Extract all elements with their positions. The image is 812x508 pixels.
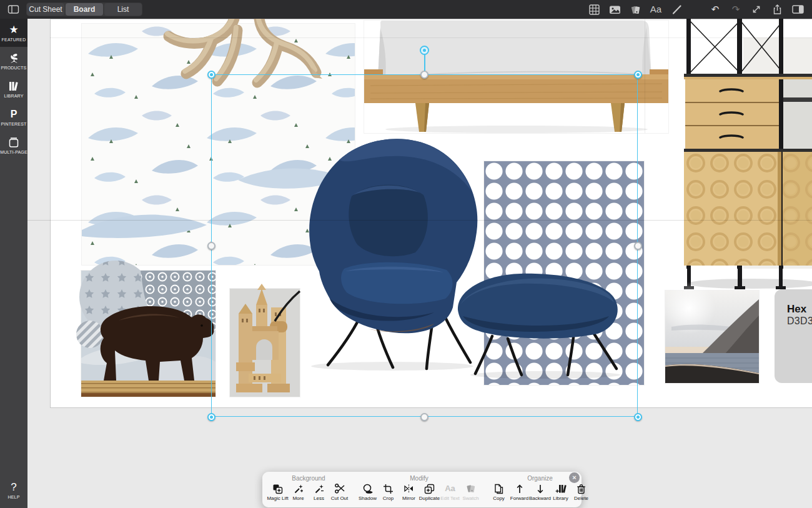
crop-icon: [383, 482, 394, 495]
resize-handle-right[interactable]: [634, 242, 642, 250]
sidebar-item-label: PINTEREST: [1, 122, 26, 126]
sidebar-item-label: HELP: [7, 495, 19, 499]
grid-icon[interactable]: [587, 2, 601, 16]
mirror-icon: [404, 482, 414, 495]
text-tool-icon[interactable]: Aa: [649, 2, 663, 16]
duplicate-button[interactable]: Duplicate: [419, 482, 440, 501]
backward-button[interactable]: Backward: [530, 482, 550, 501]
toolbar-group-modify: Modify Shadow Crop: [354, 472, 485, 507]
library-add-icon: [555, 482, 567, 495]
books-icon: [7, 80, 20, 92]
question-mark-icon: ?: [11, 481, 16, 494]
cut-out-button[interactable]: Cut Out: [329, 482, 350, 501]
topbar: Cut Sheet Board List Aa ↶ ↷: [0, 0, 812, 19]
star-icon: ★: [9, 24, 18, 36]
antler-image[interactable]: [150, 19, 356, 87]
rotate-handle[interactable]: [420, 46, 429, 55]
resize-handle-top[interactable]: [420, 71, 428, 79]
sidebar-item-label: MULTI-PAGE: [0, 150, 27, 154]
background-more-button[interactable]: More: [288, 482, 309, 501]
copy-icon: [493, 482, 504, 495]
magic-lift-button[interactable]: Magic Lift: [267, 482, 288, 501]
forward-button[interactable]: Forward: [509, 482, 530, 501]
sidebar-item-library[interactable]: LIBRARY: [0, 75, 27, 103]
background-less-button[interactable]: Less: [309, 482, 329, 501]
group-title: Modify: [357, 475, 481, 482]
app-window: Cut Sheet Board List Aa ↶ ↷: [0, 0, 812, 508]
tab-list[interactable]: List: [104, 3, 142, 16]
close-toolbar-button[interactable]: ×: [569, 472, 580, 483]
seascape-photo[interactable]: [665, 291, 759, 383]
fullscreen-icon[interactable]: [750, 2, 763, 16]
swatch-icon: [465, 482, 477, 495]
edit-text-icon: Aa: [445, 482, 455, 495]
hex-card-title: Hex: [787, 303, 812, 316]
sidebar-item-pinterest[interactable]: P PINTEREST: [0, 103, 27, 131]
trash-icon: [576, 482, 587, 495]
sidebar-toggle-icon[interactable]: [6, 2, 20, 16]
add-to-library-button[interactable]: Library: [550, 482, 571, 501]
arrow-down-icon: [535, 482, 545, 495]
undo-icon[interactable]: ↶: [708, 2, 722, 16]
group-title: Background: [267, 475, 350, 482]
resize-handle-left[interactable]: [207, 242, 215, 250]
edit-toolbar: Background Magic Lift More: [262, 472, 582, 507]
sidebar-item-products[interactable]: PRODUCTS: [0, 47, 27, 75]
mirror-button[interactable]: Mirror: [399, 482, 419, 501]
wand-plus-icon: [293, 482, 304, 495]
pinterest-icon: P: [11, 108, 17, 121]
platform-bed-image[interactable]: [364, 21, 668, 133]
sidebar-item-label: LIBRARY: [4, 94, 23, 98]
hex-swatch-card[interactable]: Hex D3D3D3: [775, 289, 812, 383]
shadow-icon: [362, 482, 374, 495]
image-icon[interactable]: [608, 2, 621, 16]
storage-unit-image[interactable]: [684, 19, 812, 291]
tab-cut-sheet[interactable]: Cut Sheet: [27, 3, 64, 16]
sidebar-item-help[interactable]: ? HELP: [0, 476, 27, 504]
sidebar: ★ FEATURED PRODUCTS LIBRARY P PINTEREST …: [0, 19, 27, 508]
draw-tool-icon[interactable]: [670, 2, 683, 16]
crop-button[interactable]: Crop: [378, 482, 399, 501]
toolbar-group-background: Background Magic Lift More: [264, 472, 354, 507]
right-panel-icon[interactable]: [791, 2, 805, 16]
pages-icon: [7, 136, 20, 149]
copy-button[interactable]: Copy: [488, 482, 509, 501]
scissors-icon: [334, 482, 345, 495]
wand-minus-icon: [314, 482, 324, 495]
resize-handle-bottom[interactable]: [420, 413, 428, 421]
tab-board[interactable]: Board: [66, 3, 103, 16]
sidebar-item-label: PRODUCTS: [1, 66, 27, 70]
bear-figurine-photo[interactable]: [81, 271, 215, 397]
delete-button[interactable]: Delete: [571, 482, 592, 501]
view-switcher: Cut Sheet Board List: [26, 2, 142, 16]
sidebar-item-label: FEATURED: [2, 37, 26, 42]
magic-lift-icon: [272, 482, 283, 495]
chair-icon: [7, 52, 20, 64]
duplicate-icon: [424, 482, 435, 495]
shadow-button[interactable]: Shadow: [357, 482, 378, 501]
resize-handle-bottom-right[interactable]: [634, 413, 642, 421]
sidebar-item-featured[interactable]: ★ FEATURED: [0, 19, 27, 47]
sidebar-item-multi-page[interactable]: MULTI-PAGE: [0, 131, 27, 159]
resize-handle-top-left[interactable]: [207, 71, 215, 79]
swatch-button: Swatch: [460, 482, 481, 501]
redo-icon[interactable]: ↷: [729, 2, 743, 16]
ottoman-image[interactable]: [445, 242, 628, 379]
hex-card-value: D3D3D3: [787, 316, 812, 327]
share-icon[interactable]: [770, 2, 784, 16]
resize-handle-bottom-left[interactable]: [207, 413, 215, 421]
swatches-icon[interactable]: [628, 2, 642, 16]
resize-handle-top-right[interactable]: [634, 71, 642, 79]
arrow-up-icon: [515, 482, 525, 495]
edit-text-button: Aa Edit Text: [440, 482, 460, 501]
